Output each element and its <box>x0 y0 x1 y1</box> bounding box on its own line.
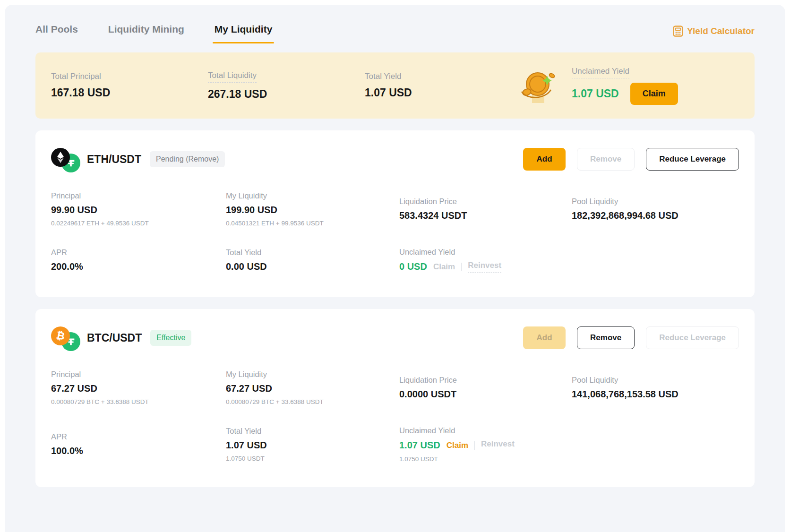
reinvest-link[interactable]: Reinvest <box>481 439 515 451</box>
principal-detail: 0.00080729 BTC + 33.6388 USDT <box>51 398 226 405</box>
tab-my-liquidity[interactable]: My Liquidity <box>215 24 273 43</box>
principal-stat: Principal 67.27 USD 0.00080729 BTC + 33.… <box>51 370 226 405</box>
reduce-leverage-button[interactable]: Reduce Leverage <box>646 148 739 171</box>
principal-label: Principal <box>51 191 81 200</box>
unclaimed-yield-stat: Unclaimed Yield 1.07 USD Claim Reinvest … <box>399 426 572 463</box>
pool-liquidity-stat: Pool Liquidity 141,068,768,153.58 USD <box>572 376 739 400</box>
total-yield-stat: Total Yield 1.07 USD 1.0750 USDT <box>226 427 399 462</box>
my-liquidity-label: My Liquidity <box>226 191 267 200</box>
tab-all-pools[interactable]: All Pools <box>35 24 78 43</box>
calculator-icon <box>673 26 683 37</box>
yield-calculator-label: Yield Calculator <box>687 26 755 36</box>
total-liquidity: Total Liquidity 267.18 USD <box>208 71 365 101</box>
tabs-row: All Pools Liquidity Mining My Liquidity … <box>35 5 755 43</box>
claim-link[interactable]: Claim <box>447 441 468 450</box>
pool-liquidity-value: 182,392,868,994.68 USD <box>572 210 739 221</box>
pool-card-eth-usdt: ETH/USDT Pending (Remove) Add Remove Red… <box>35 130 755 297</box>
unclaimed-yield-section: Unclaimed Yield 1.07 USD Claim <box>518 65 678 106</box>
eth-coin-icon <box>51 148 70 167</box>
total-yield-detail: 1.0750 USDT <box>226 455 399 462</box>
total-yield-value: 1.07 USD <box>226 440 399 451</box>
status-badge: Effective <box>150 330 191 346</box>
pool-liquidity-stat: Pool Liquidity 182,392,868,994.68 USD <box>572 197 739 221</box>
apr-value: 200.0% <box>51 261 226 272</box>
principal-detail: 0.02249617 ETH + 49.9536 USDT <box>51 220 226 227</box>
summary-banner: Total Principal 167.18 USD Total Liquidi… <box>35 52 755 119</box>
total-yield-stat: Total Yield 0.00 USD <box>226 248 399 272</box>
tab-bar: All Pools Liquidity Mining My Liquidity <box>35 24 272 43</box>
total-yield-label: Total Yield <box>226 427 261 435</box>
total-liquidity-label[interactable]: Total Liquidity <box>208 71 257 83</box>
apr-value: 100.0% <box>51 446 226 456</box>
liquidation-price-label: Liquidation Price <box>399 376 457 384</box>
unclaimed-yield: Unclaimed Yield 1.07 USD Claim <box>572 67 678 105</box>
unclaimed-yield-detail: 1.0750 USDT <box>399 455 572 463</box>
pool-liquidity-label: Pool Liquidity <box>572 197 618 206</box>
total-principal-label: Total Principal <box>51 72 101 81</box>
apr-stat: APR 100.0% <box>51 432 226 456</box>
my-liquidity-stat: My Liquidity 199.90 USD 0.04501321 ETH +… <box>226 191 399 227</box>
claim-link[interactable]: Claim <box>433 262 455 272</box>
apr-stat: APR 200.0% <box>51 248 226 272</box>
total-yield-label: Total Yield <box>226 248 261 257</box>
pool-card-btc-usdt: ₿ BTC/USDT Effective Add Remove Reduce L… <box>35 309 755 487</box>
total-liquidity-value: 267.18 USD <box>208 88 365 101</box>
liquidation-price-value: 0.0000 USDT <box>399 389 572 400</box>
unclaimed-yield-stat: Unclaimed Yield 0 USD Claim Reinvest <box>399 248 572 273</box>
unclaimed-yield-label[interactable]: Unclaimed Yield <box>572 67 629 78</box>
unclaimed-yield-value: 0 USD <box>399 261 427 272</box>
pool-liquidity-value: 141,068,768,153.58 USD <box>572 389 739 400</box>
pair-eth-usdt: ETH/USDT Pending (Remove) <box>51 147 225 172</box>
total-yield-value: 1.07 USD <box>365 86 522 99</box>
pair-name: BTC/USDT <box>87 332 142 344</box>
unclaimed-yield-label: Unclaimed Yield <box>399 426 455 435</box>
add-button[interactable]: Add <box>523 326 566 349</box>
my-liquidity-detail: 0.04501321 ETH + 99.9536 USDT <box>226 220 399 227</box>
total-principal-value: 167.18 USD <box>51 86 208 99</box>
unclaimed-yield-value: 1.07 USD <box>572 87 619 100</box>
total-yield-label: Total Yield <box>365 72 402 81</box>
status-badge: Pending (Remove) <box>150 151 225 167</box>
unclaimed-yield-value: 1.07 USD <box>399 440 440 451</box>
liquidation-price-label: Liquidation Price <box>399 197 457 206</box>
liquidation-price-stat: Liquidation Price 0.0000 USDT <box>399 376 572 400</box>
apr-label: APR <box>51 432 67 441</box>
principal-stat: Principal 99.90 USD 0.02249617 ETH + 49.… <box>51 191 226 227</box>
remove-button[interactable]: Remove <box>577 148 635 171</box>
total-principal: Total Principal 167.18 USD <box>51 72 208 99</box>
btc-coin-icon: ₿ <box>51 326 70 345</box>
unclaimed-yield-label: Unclaimed Yield <box>399 248 455 256</box>
total-yield: Total Yield 1.07 USD <box>365 72 522 99</box>
divider <box>474 441 475 450</box>
yield-calculator-link[interactable]: Yield Calculator <box>673 26 755 37</box>
remove-button[interactable]: Remove <box>577 326 635 349</box>
total-yield-value: 0.00 USD <box>226 261 399 272</box>
tab-liquidity-mining[interactable]: Liquidity Mining <box>108 24 184 43</box>
divider <box>461 263 462 271</box>
liquidity-page: All Pools Liquidity Mining My Liquidity … <box>5 5 785 532</box>
pair-name: ETH/USDT <box>87 153 141 166</box>
claim-button[interactable]: Claim <box>630 83 678 105</box>
principal-value: 99.90 USD <box>51 205 226 215</box>
apr-label: APR <box>51 248 67 257</box>
reinvest-link[interactable]: Reinvest <box>468 261 501 273</box>
coin-orbit-icon <box>518 65 558 106</box>
liquidation-price-value: 583.4324 USDT <box>399 210 572 221</box>
principal-label: Principal <box>51 370 81 378</box>
my-liquidity-value: 67.27 USD <box>226 383 399 394</box>
my-liquidity-value: 199.90 USD <box>226 205 399 215</box>
liquidation-price-stat: Liquidation Price 583.4324 USDT <box>399 197 572 221</box>
principal-value: 67.27 USD <box>51 383 226 394</box>
my-liquidity-detail: 0.00080729 BTC + 33.6388 USDT <box>226 398 399 405</box>
my-liquidity-stat: My Liquidity 67.27 USD 0.00080729 BTC + … <box>226 370 399 405</box>
reduce-leverage-button[interactable]: Reduce Leverage <box>646 326 739 349</box>
my-liquidity-label: My Liquidity <box>226 370 267 378</box>
pair-btc-usdt: ₿ BTC/USDT Effective <box>51 326 191 350</box>
pool-liquidity-label: Pool Liquidity <box>572 376 618 384</box>
add-button[interactable]: Add <box>523 148 566 171</box>
